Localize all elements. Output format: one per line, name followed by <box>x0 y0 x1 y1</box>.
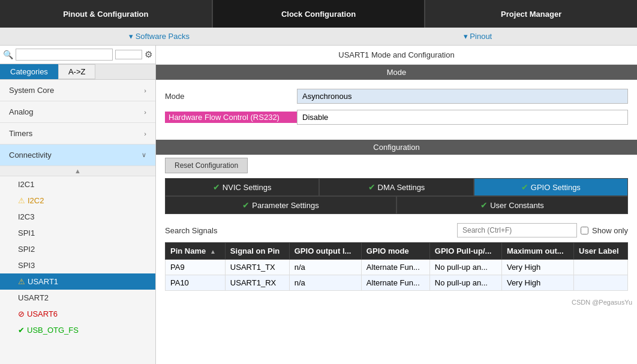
hardware-flow-control-row: Hardware Flow Control (RS232) Disable CT… <box>165 110 628 125</box>
mode-section: Mode Asynchronous Synchronous Disable Ha… <box>156 80 637 140</box>
cell-pin-name: PA10 <box>166 275 226 291</box>
col-max-output: Maximum out... <box>501 243 573 260</box>
check-icon-param: ✔ <box>242 200 250 210</box>
top-navigation: Pinout & Configuration Clock Configurati… <box>0 0 637 28</box>
cell-gpio-output-level: n/a <box>289 260 361 275</box>
mode-select[interactable]: Asynchronous Synchronous Disable <box>297 89 628 104</box>
cell-user-label <box>574 260 628 275</box>
sidebar-tabs: Categories A->Z <box>0 64 155 80</box>
watermark: CSDN @PegasusYu <box>156 297 637 308</box>
signals-header-label: Search Signals <box>165 226 217 235</box>
success-icon-usb: ✔ <box>18 326 25 335</box>
sidebar-sub-item-usart6[interactable]: ⊘USART6 <box>0 306 155 322</box>
tab-parameter-settings[interactable]: ✔ Parameter Settings <box>165 196 396 214</box>
cell-pin-name: PA9 <box>166 260 226 275</box>
signals-section: Search Signals Show only Pin Name ▲ <box>156 217 637 297</box>
cell-max-output: Very High <box>501 260 573 275</box>
tab-categories[interactable]: Categories <box>0 64 58 79</box>
hardware-flow-label: Hardware Flow Control (RS232) <box>165 112 297 123</box>
cell-gpio-pullup: No pull-up an... <box>429 275 501 291</box>
cell-gpio-output-level: n/a <box>289 275 361 291</box>
main-layout: 🔍 ⚙ Categories A->Z System Core › Analog… <box>0 46 637 364</box>
config-section-header: Configuration <box>156 140 637 155</box>
col-gpio-output-level: GPIO output l... <box>289 243 361 260</box>
sidebar-sub-item-usart1[interactable]: ⚠USART1 <box>0 273 155 290</box>
sidebar-sub-item-i2c2[interactable]: ⚠I2C2 <box>0 192 155 209</box>
tab-az[interactable]: A->Z <box>58 64 96 79</box>
sidebar-list: System Core › Analog › Timers › Connecti… <box>0 80 155 364</box>
chevron-right-icon: › <box>144 109 146 116</box>
col-gpio-pullup: GPIO Pull-up/... <box>429 243 501 260</box>
nav-project-manager[interactable]: Project Manager <box>425 0 637 28</box>
scroll-up-icon[interactable]: ▲ <box>74 167 81 175</box>
sidebar-item-analog[interactable]: Analog › <box>0 101 155 123</box>
search-input[interactable] <box>16 49 113 61</box>
cell-gpio-mode: Alternate Fun... <box>361 275 429 291</box>
sidebar-sub-item-spi3[interactable]: SPI3 <box>0 257 155 273</box>
check-icon-gpio: ✔ <box>521 182 528 192</box>
chevron-right-icon: › <box>144 87 146 94</box>
sub-nav-pinout[interactable]: ▾ Pinout <box>318 28 637 45</box>
sidebar-search-bar: 🔍 ⚙ <box>0 46 155 64</box>
cell-gpio-pullup: No pull-up an... <box>429 260 501 275</box>
cell-gpio-mode: Alternate Fun... <box>361 260 429 275</box>
sidebar-item-timers[interactable]: Timers › <box>0 123 155 145</box>
signals-table: Pin Name ▲ Signal on Pin GPIO output l..… <box>165 242 628 291</box>
mode-section-header: Mode <box>156 65 637 80</box>
table-row: PA10 USART1_RX n/a Alternate Fun... No p… <box>166 275 628 291</box>
show-only-label: Show only <box>592 226 628 235</box>
cell-max-output: Very High <box>501 275 573 291</box>
signals-table-container: Pin Name ▲ Signal on Pin GPIO output l..… <box>165 242 628 291</box>
table-header-row: Pin Name ▲ Signal on Pin GPIO output l..… <box>166 243 628 260</box>
error-icon-usart6: ⊘ <box>18 309 25 318</box>
sidebar-sub-item-i2c1[interactable]: I2C1 <box>0 176 155 192</box>
col-pin-name: Pin Name ▲ <box>166 243 226 260</box>
show-only-checkbox[interactable] <box>581 227 588 234</box>
mode-label: Mode <box>165 92 297 101</box>
check-icon-user: ✔ <box>480 200 488 210</box>
col-signal-on-pin: Signal on Pin <box>225 243 289 260</box>
settings-tabs-row1: ✔ NVIC Settings ✔ DMA Settings ✔ GPIO Se… <box>165 178 628 196</box>
sidebar-item-connectivity[interactable]: Connectivity ∨ <box>0 145 155 166</box>
chevron-right-icon: › <box>144 130 146 137</box>
tab-gpio-settings[interactable]: ✔ GPIO Settings <box>474 178 628 196</box>
content-title: USART1 Mode and Configuration <box>156 46 637 65</box>
mode-field-row: Mode Asynchronous Synchronous Disable <box>165 89 628 104</box>
sidebar-sub-item-spi2[interactable]: SPI2 <box>0 241 155 257</box>
sub-nav-software-packs[interactable]: ▾ Software Packs <box>0 28 318 45</box>
nav-pinout-config[interactable]: Pinout & Configuration <box>0 0 212 28</box>
config-section: Reset Configuration ✔ NVIC Settings ✔ DM… <box>156 155 637 217</box>
cell-user-label <box>574 275 628 291</box>
warning-icon-usart1: ⚠ <box>18 277 25 286</box>
sidebar-sub-item-usb-otg-fs[interactable]: ✔USB_OTG_FS <box>0 322 155 338</box>
check-icon-dma: ✔ <box>368 182 375 192</box>
warning-icon: ⚠ <box>18 196 25 205</box>
sort-icon: ▲ <box>210 248 216 255</box>
search-icon: 🔍 <box>3 50 13 59</box>
reset-config-button[interactable]: Reset Configuration <box>165 158 248 173</box>
table-row: PA9 USART1_TX n/a Alternate Fun... No pu… <box>166 260 628 275</box>
content-area: USART1 Mode and Configuration Mode Mode … <box>156 46 637 364</box>
cell-signal-on-pin: USART1_TX <box>225 260 289 275</box>
sub-navigation: ▾ Software Packs ▾ Pinout <box>0 28 637 46</box>
settings-tabs-row2: ✔ Parameter Settings ✔ User Constants <box>165 196 628 214</box>
show-only-row: Show only <box>457 223 628 237</box>
sidebar-sub-item-usart2[interactable]: USART2 <box>0 290 155 306</box>
sidebar: 🔍 ⚙ Categories A->Z System Core › Analog… <box>0 46 156 364</box>
search-dropdown[interactable] <box>115 50 142 59</box>
nav-clock-config[interactable]: Clock Configuration <box>212 0 426 28</box>
tab-nvic-settings[interactable]: ✔ NVIC Settings <box>165 178 319 196</box>
sidebar-item-system-core[interactable]: System Core › <box>0 80 155 101</box>
search-signals-input[interactable] <box>457 223 577 237</box>
signals-header: Search Signals Show only <box>165 223 628 237</box>
col-gpio-mode: GPIO mode <box>361 243 429 260</box>
gear-icon[interactable]: ⚙ <box>145 49 152 60</box>
sidebar-sub-item-i2c3[interactable]: I2C3 <box>0 209 155 225</box>
tab-dma-settings[interactable]: ✔ DMA Settings <box>319 178 473 196</box>
sidebar-sub-item-spi1[interactable]: SPI1 <box>0 225 155 241</box>
col-user-label: User Label <box>574 243 628 260</box>
chevron-down-icon: ∨ <box>142 151 146 159</box>
hardware-flow-select[interactable]: Disable CTS Only RTS Only CTS/RTS <box>297 110 628 125</box>
tab-user-constants[interactable]: ✔ User Constants <box>396 196 628 214</box>
check-icon-nvic: ✔ <box>213 182 220 192</box>
